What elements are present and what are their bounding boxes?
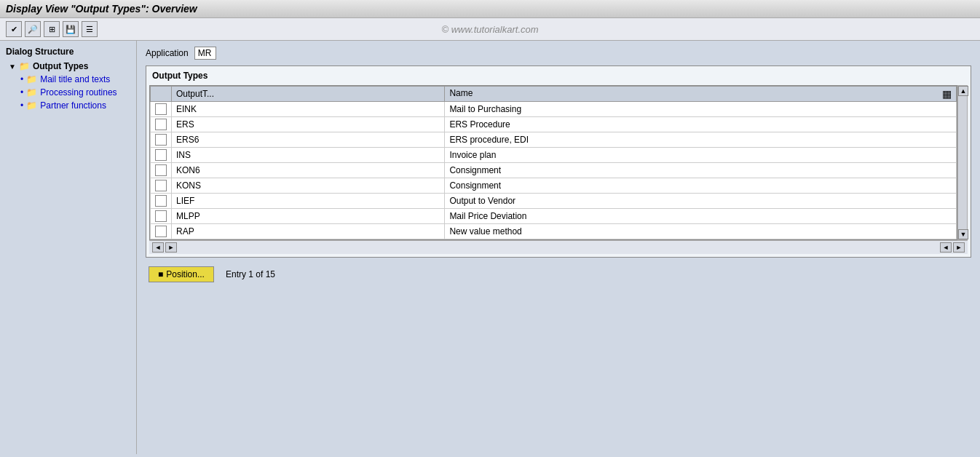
sidebar-label-partner: Partner functions [40,100,106,111]
entry-info: Entry 1 of 15 [226,269,275,279]
cell-outputtype: EINK [172,102,445,117]
sidebar-item-partner-functions[interactable]: • 📁 Partner functions [15,99,136,112]
save-button[interactable]: 💾 [63,21,79,37]
right-scroll-arrows: ◄ ► [940,242,965,253]
scroll-track [958,96,967,229]
row-selector[interactable] [151,117,172,132]
row-checkbox[interactable] [155,226,167,237]
horizontal-scrollbar-area: ◄ ► ◄ ► [149,240,968,254]
sidebar-label-output-types: Output Types [33,61,88,71]
table-row[interactable]: MLPPMail Price Deviation [151,209,957,224]
folder-icon-processing: 📁 [26,87,37,98]
scroll-left-button[interactable]: ◄ [152,242,164,253]
watermark: © www.tutorialkart.com [441,24,538,35]
content-area: Application MR Output Types OutputT... [137,41,980,454]
resize-icon[interactable]: ▦ [942,88,952,100]
folder-icon-partner: 📁 [26,100,37,111]
sidebar: Dialog Structure ▼ 📁 Output Types • 📁 Ma… [0,41,137,454]
table-row[interactable]: LIEFOutput to Vendor [151,194,957,209]
header-selector [151,87,172,102]
sidebar-title: Dialog Structure [0,44,136,60]
row-selector[interactable] [151,209,172,224]
row-checkbox[interactable] [155,164,167,176]
title-text: Display View "Output Types": Overview [6,3,197,15]
scroll-far-right-button[interactable]: ► [953,242,965,253]
output-types-table-title: Output Types [149,69,968,82]
table-row[interactable]: ERS6ERS procedure, EDI [151,132,957,148]
table-row[interactable]: KON6Consignment [151,163,957,178]
menu-button[interactable]: ☰ [82,21,98,37]
scroll-up-button[interactable]: ▲ [958,86,968,96]
row-selector[interactable] [151,102,172,117]
table-row[interactable]: ERSERS Procedure [151,117,957,132]
row-checkbox[interactable] [155,210,167,222]
row-selector[interactable] [151,132,172,148]
folder-icon-mail-title: 📁 [26,74,37,84]
sidebar-item-processing-routines[interactable]: • 📁 Processing routines [15,86,136,99]
table-button[interactable]: ⊞ [44,21,60,37]
row-selector[interactable] [151,148,172,163]
cell-name: ERS Procedure [445,117,957,132]
search-button[interactable]: 🔎 [25,21,41,37]
cell-name: Consignment [445,163,957,178]
cell-outputtype: RAP [172,224,445,239]
application-label: Application [146,48,189,58]
cell-name: Output to Vendor [445,194,957,209]
row-checkbox[interactable] [155,149,167,161]
arrow-down-icon: ▼ [9,63,16,71]
table-row[interactable]: KONSConsignment [151,178,957,194]
cell-outputtype: MLPP [172,209,445,224]
row-selector[interactable] [151,163,172,178]
sidebar-label-mail-title: Mail title and texts [40,74,110,84]
sidebar-item-mail-title[interactable]: • 📁 Mail title and texts [15,73,136,86]
grid-area: OutputT... Name ▦ EINKMail to Purchasing… [149,85,968,240]
output-types-table: OutputT... Name ▦ EINKMail to Purchasing… [150,86,957,239]
application-row: Application MR [146,47,971,60]
cell-name: ERS procedure, EDI [445,132,957,148]
position-button[interactable]: ■ Position... [149,266,214,282]
cell-outputtype: INS [172,148,445,163]
scroll-down-button[interactable]: ▼ [958,229,968,239]
table-row[interactable]: RAPNew value method [151,224,957,239]
toolbar: ✔ 🔎 ⊞ 💾 ☰ © www.tutorialkart.com [0,18,980,41]
cell-outputtype: KONS [172,178,445,194]
bullet-icon-partner: • [20,100,23,111]
row-checkbox[interactable] [155,180,167,191]
sidebar-label-processing: Processing routines [40,87,116,98]
cell-outputtype: LIEF [172,194,445,209]
main-layout: Dialog Structure ▼ 📁 Output Types • 📁 Ma… [0,41,980,454]
row-checkbox[interactable] [155,103,167,115]
position-btn-label: Position... [166,269,205,279]
cell-outputtype: KON6 [172,163,445,178]
title-bar: Display View "Output Types": Overview [0,0,980,18]
row-checkbox[interactable] [155,195,167,207]
cell-name: Mail to Purchasing [445,102,957,117]
check-button[interactable]: ✔ [6,21,22,37]
bullet-icon-processing: • [20,87,23,98]
row-checkbox[interactable] [155,119,167,130]
row-checkbox[interactable] [155,134,167,146]
row-selector[interactable] [151,224,172,239]
cell-name: Mail Price Deviation [445,209,957,224]
sidebar-item-output-types[interactable]: ▼ 📁 Output Types [0,60,136,73]
scroll-right-button[interactable]: ► [165,242,177,253]
row-selector[interactable] [151,194,172,209]
position-btn-icon: ■ [158,269,163,279]
table-row[interactable]: INSInvoice plan [151,148,957,163]
cell-name: Consignment [445,178,957,194]
left-scroll-arrows: ◄ ► [152,242,177,253]
cell-outputtype: ERS [172,117,445,132]
position-area: ■ Position... Entry 1 of 15 [146,266,971,282]
bullet-icon-mail-title: • [20,74,23,84]
scroll-right2-button[interactable]: ◄ [940,242,952,253]
header-outputtype[interactable]: OutputT... [172,87,445,102]
folder-icon-output-types: 📁 [19,61,30,71]
output-types-table-container: Output Types OutputT... Name [146,65,971,258]
header-name[interactable]: Name ▦ [445,87,957,102]
vertical-scrollbar[interactable]: ▲ ▼ [957,85,968,240]
cell-outputtype: ERS6 [172,132,445,148]
cell-name: Invoice plan [445,148,957,163]
row-selector[interactable] [151,178,172,194]
table-row[interactable]: EINKMail to Purchasing [151,102,957,117]
cell-name: New value method [445,224,957,239]
